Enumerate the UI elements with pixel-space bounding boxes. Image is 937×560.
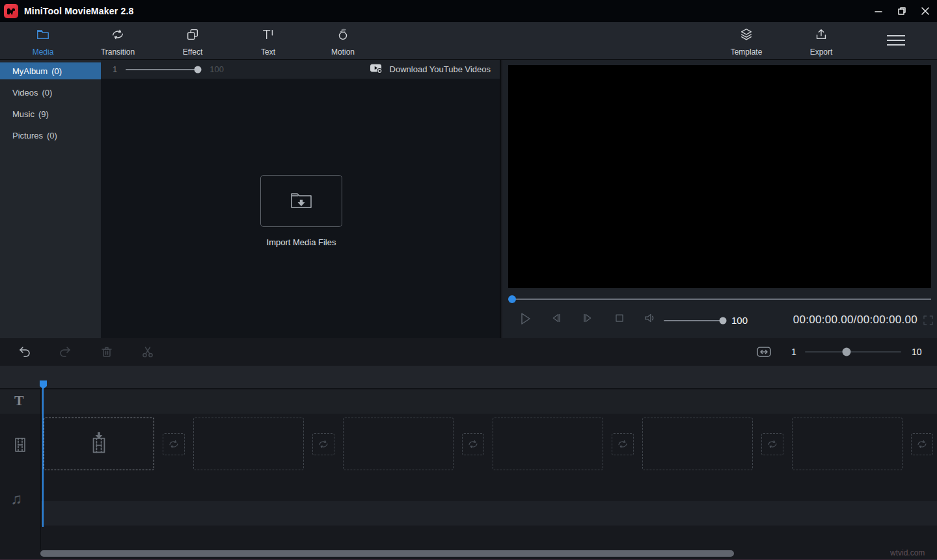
tab-label: Export	[810, 48, 833, 56]
transition-slot[interactable]	[312, 433, 334, 455]
sidebar-item-label: Music	[12, 109, 34, 119]
add-clip-icon	[89, 431, 109, 457]
motion-icon	[335, 27, 351, 42]
music-track[interactable]	[40, 501, 937, 526]
clip-placeholder[interactable]	[642, 418, 753, 470]
sidebar-item-label: Videos	[12, 88, 38, 98]
play-button[interactable]	[517, 311, 533, 329]
previous-frame-button[interactable]	[549, 311, 564, 328]
fullscreen-icon[interactable]	[923, 315, 933, 328]
sidebar-item-count: (0)	[47, 131, 57, 140]
thumb-zoom-min-label: 1	[113, 64, 117, 74]
timeline-zoom-max-label: 10	[912, 347, 922, 357]
sidebar-item-videos[interactable]: Videos (0)	[0, 84, 101, 101]
clip-placeholder[interactable]	[44, 418, 154, 470]
tab-motion[interactable]: Motion	[312, 27, 374, 56]
close-button[interactable]	[914, 0, 937, 22]
video-track-icon	[12, 436, 28, 456]
clip-placeholder[interactable]	[193, 418, 304, 470]
clip-placeholder[interactable]	[343, 418, 454, 470]
text-track-icon: T	[14, 392, 24, 409]
volume-slider[interactable]	[664, 320, 723, 321]
text-track[interactable]	[0, 390, 937, 414]
import-media-files-button[interactable]	[260, 175, 342, 227]
tab-label: Template	[731, 48, 763, 56]
youtube-download-icon	[369, 62, 383, 76]
sidebar-item-music[interactable]: Music (9)	[0, 105, 101, 122]
seek-bar[interactable]	[508, 299, 931, 300]
timeline-zoom-knob[interactable]	[842, 348, 850, 356]
playhead-line	[42, 388, 44, 527]
main-toolbar: Media Transition Effect Text Motion Temp…	[0, 22, 937, 60]
tab-label: Motion	[331, 48, 355, 56]
seek-knob[interactable]	[508, 295, 516, 303]
delete-button[interactable]	[99, 344, 115, 362]
app-window: MiniTool MovieMaker 2.8 Media Transition…	[0, 0, 937, 560]
tab-export[interactable]: Export	[790, 27, 852, 56]
window-title: MiniTool MovieMaker 2.8	[24, 6, 134, 16]
time-display: 00:00:00.00/00:00:00.00	[793, 313, 917, 327]
fit-to-timeline-icon[interactable]	[756, 345, 772, 361]
media-panel-header: 1 100 Download YouTube Videos	[101, 60, 500, 79]
tab-label: Media	[33, 48, 54, 56]
app-logo-icon	[4, 4, 18, 18]
restore-button[interactable]	[890, 0, 914, 22]
minimize-button[interactable]	[867, 0, 890, 22]
tab-transition[interactable]: Transition	[87, 27, 149, 56]
volume-knob[interactable]	[720, 317, 727, 325]
transition-slot[interactable]	[911, 433, 933, 455]
effect-icon	[185, 27, 200, 42]
timeline-toolbar	[0, 338, 937, 366]
timeline-zoom-slider[interactable]	[805, 351, 901, 353]
tab-effect[interactable]: Effect	[161, 27, 224, 56]
undo-button[interactable]	[17, 344, 33, 362]
menu-icon[interactable]	[887, 35, 905, 46]
text-icon	[261, 27, 275, 42]
tab-text[interactable]: Text	[237, 27, 299, 56]
next-frame-button[interactable]	[580, 311, 595, 328]
sidebar-item-count: (0)	[42, 88, 53, 98]
stop-button[interactable]	[613, 311, 626, 328]
sidebar-item-my-album[interactable]: MyAlbum (0)	[0, 62, 101, 79]
timeline-horizontal-scrollbar[interactable]	[40, 550, 734, 557]
download-youtube-label: Download YouTube Videos	[390, 64, 491, 74]
transition-icon	[110, 27, 126, 42]
volume-icon[interactable]	[643, 311, 657, 328]
track-header-divider	[40, 389, 41, 550]
media-library-sidebar: MyAlbum (0) Videos (0) Music (9) Picture…	[0, 60, 101, 338]
sidebar-item-label: MyAlbum	[12, 66, 48, 76]
export-icon	[814, 27, 828, 42]
transition-slot[interactable]	[612, 433, 634, 455]
download-youtube-link[interactable]: Download YouTube Videos	[369, 60, 491, 79]
watermark-text: wtvid.com	[890, 548, 925, 557]
thumbnail-zoom-slider[interactable]	[126, 69, 200, 70]
timeline-ruler[interactable]	[0, 366, 937, 389]
tab-media[interactable]: Media	[12, 27, 74, 56]
clip-placeholder[interactable]	[792, 418, 903, 470]
clip-placeholder[interactable]	[493, 418, 603, 470]
import-media-files-label: Import Media Files	[260, 237, 342, 247]
media-icon	[36, 27, 50, 42]
video-preview[interactable]	[508, 65, 931, 288]
tab-label: Text	[261, 48, 275, 56]
thumb-zoom-max-label: 100	[210, 64, 224, 74]
transition-slot[interactable]	[163, 433, 185, 455]
transition-slot[interactable]	[462, 433, 484, 455]
tab-label: Transition	[101, 48, 135, 56]
volume-value: 100	[731, 315, 748, 326]
timeline-zoom-min-label: 1	[791, 347, 796, 357]
slider-knob[interactable]	[194, 66, 201, 73]
redo-button[interactable]	[57, 344, 73, 362]
tab-label: Effect	[183, 48, 202, 56]
transition-slot[interactable]	[761, 433, 783, 455]
title-bar: MiniTool MovieMaker 2.8	[0, 0, 937, 22]
sidebar-item-count: (0)	[51, 66, 62, 76]
tab-template[interactable]: Template	[715, 27, 778, 56]
split-scissors-button[interactable]	[140, 344, 156, 362]
sidebar-item-count: (9)	[38, 109, 49, 119]
import-folder-icon	[290, 190, 313, 212]
sidebar-item-label: Pictures	[12, 131, 43, 140]
music-track-icon: ♫	[10, 490, 22, 508]
media-panel: 1 100 Download YouTube Videos Import Med…	[101, 60, 501, 338]
sidebar-item-pictures[interactable]: Pictures (0)	[0, 127, 101, 144]
